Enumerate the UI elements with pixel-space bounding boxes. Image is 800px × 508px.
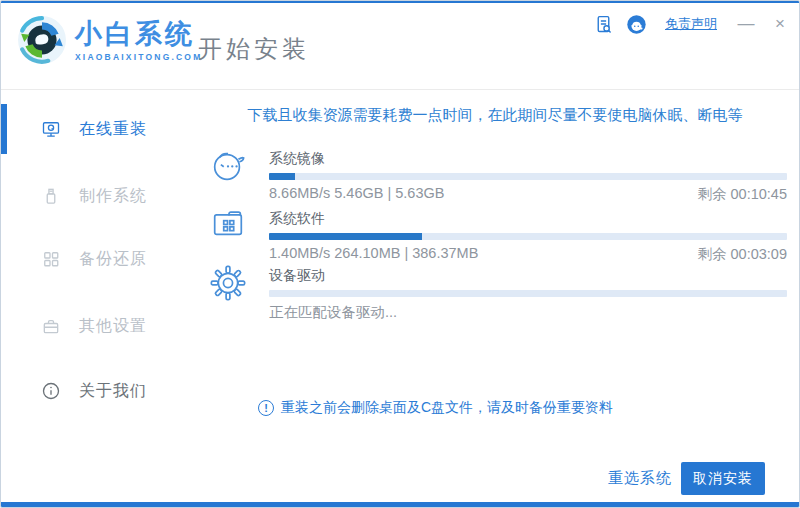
section-title: 系统软件 (269, 210, 787, 228)
sidebar-item-backup-restore[interactable]: 备份还原 (1, 237, 201, 281)
progress-bar-system-image (269, 173, 787, 180)
app-window: 小白系统 XIAOBAIXITONG.COM 开始安装 (0, 0, 800, 508)
progress-bar-system-software (269, 233, 787, 240)
section-device-drivers: 设备驱动 正在匹配设备驱动... (269, 267, 787, 322)
driver-status-text: 正在匹配设备驱动... (269, 303, 787, 322)
disclaimer-link[interactable]: 免责声明 (665, 15, 717, 33)
usb-icon (41, 186, 61, 206)
customer-support-icon[interactable] (626, 14, 647, 35)
time-remaining: 剩余 00:10:45 (698, 185, 787, 204)
download-stats: 8.66MB/s 5.46GB | 5.63GB (269, 185, 444, 204)
sidebar-item-label: 关于我们 (79, 381, 147, 402)
minimize-button[interactable]: — (735, 13, 757, 35)
sidebar-item-make-system[interactable]: 制作系统 (1, 174, 201, 218)
brand-name: 小白系统 (75, 19, 202, 49)
sidebar-item-about-us[interactable]: 关于我们 (1, 369, 201, 413)
backup-notice: ! 重装之前会删除桌面及C盘文件，请及时备份重要资料 (258, 399, 613, 417)
monitor-icon (41, 119, 61, 139)
header: 小白系统 XIAOBAIXITONG.COM 开始安装 (1, 3, 799, 90)
face-icon (209, 147, 247, 185)
sidebar-item-label: 其他设置 (79, 316, 147, 337)
section-system-image: 系统镜像 8.66MB/s 5.46GB | 5.63GB 剩余 00:10:4… (269, 150, 787, 204)
bottom-accent-bar (1, 502, 799, 507)
info-icon (41, 381, 61, 401)
briefcase-icon (41, 316, 61, 336)
sidebar-item-label: 制作系统 (79, 186, 147, 207)
sidebar-item-other-settings[interactable]: 其他设置 (1, 304, 201, 348)
download-warning-text: 下载且收集资源需要耗费一点时间，在此期间尽量不要使电脑休眠、断电等 (201, 106, 789, 125)
cancel-install-button[interactable]: 取消安装 (681, 462, 765, 495)
section-system-software: 系统软件 1.40MB/s 264.10MB | 386.37MB 剩余 00:… (269, 210, 787, 264)
progress-fill (269, 233, 422, 240)
disclaimer-doc-icon[interactable] (593, 14, 614, 35)
time-remaining: 剩余 00:03:09 (698, 245, 787, 264)
page-title: 开始安装 (198, 33, 310, 65)
app-logo: 小白系统 XIAOBAIXITONG.COM (17, 15, 202, 65)
sidebar-item-label: 备份还原 (79, 249, 147, 270)
section-title: 系统镜像 (269, 150, 787, 168)
progress-fill (269, 173, 295, 180)
sidebar-item-online-reinstall[interactable]: 在线重装 (1, 107, 201, 151)
exclamation-circle-icon: ! (258, 400, 274, 416)
logo-icon (17, 15, 67, 65)
header-controls: 免责声明 — × (593, 12, 791, 36)
folder-icon (209, 205, 247, 243)
logo-text: 小白系统 XIAOBAIXITONG.COM (75, 19, 202, 62)
gear-icon (209, 264, 247, 302)
close-button[interactable]: × (769, 13, 791, 35)
reselect-system-link[interactable]: 重选系统 (608, 469, 672, 488)
download-stats: 1.40MB/s 264.10MB | 386.37MB (269, 245, 478, 264)
backup-notice-text: 重装之前会删除桌面及C盘文件，请及时备份重要资料 (281, 399, 613, 417)
sidebar: 在线重装 制作系统 备份还原 (1, 91, 201, 502)
grid-icon (41, 249, 61, 269)
progress-bar-device-drivers (269, 290, 787, 297)
section-title: 设备驱动 (269, 267, 787, 285)
sidebar-item-label: 在线重装 (79, 119, 147, 140)
brand-domain: XIAOBAIXITONG.COM (75, 52, 202, 62)
